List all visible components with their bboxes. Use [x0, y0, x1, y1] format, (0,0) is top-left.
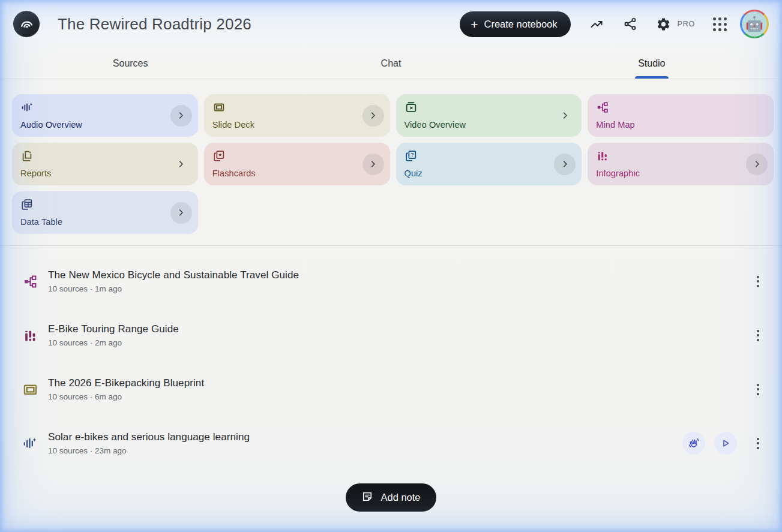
card-reports[interactable]: Reports: [12, 143, 198, 185]
artifact-row-slide-deck[interactable]: The 2026 E-Bikepacking Blueprint 10 sour…: [0, 362, 782, 416]
share-icon[interactable]: [622, 16, 638, 32]
user-avatar[interactable]: 🤖: [740, 10, 769, 38]
artifact-title: Solar e-bikes and serious language learn…: [48, 431, 250, 443]
more-options-kebab-icon[interactable]: [751, 380, 765, 399]
card-video-overview[interactable]: Video Overview: [396, 94, 582, 137]
artifact-meta: 10 sources · 2m ago: [48, 338, 179, 347]
more-options-kebab-icon[interactable]: [751, 434, 765, 453]
artifact-meta: 10 sources · 23m ago: [48, 446, 250, 455]
bar-chart-icon: [596, 149, 765, 163]
chevron-right-icon[interactable]: [170, 202, 192, 224]
card-label: Data Table: [20, 217, 190, 227]
tab-studio[interactable]: Studio: [522, 48, 782, 79]
audio-waveform-sparkle-icon: [20, 101, 190, 114]
google-apps-grid-icon[interactable]: [713, 17, 727, 31]
notebooklm-logo-icon[interactable]: [13, 11, 40, 37]
card-label: Slide Deck: [212, 120, 382, 130]
audio-waveform-sparkle-icon: [12, 435, 48, 451]
plus-icon: +: [471, 18, 478, 31]
mind-map-nodes-icon: [12, 274, 48, 289]
bar-chart-icon: [12, 328, 48, 343]
pro-badge: PRO: [678, 20, 696, 28]
artifact-title: The New Mexico Bicycle and Sustainable T…: [48, 269, 299, 281]
create-notebook-label: Create notebook: [484, 19, 557, 30]
chevron-right-icon[interactable]: [554, 154, 576, 175]
chevron-right-icon[interactable]: [362, 105, 384, 127]
card-label: Quiz: [405, 169, 574, 178]
chevron-right-icon[interactable]: [362, 154, 384, 175]
play-audio-icon[interactable]: [714, 432, 737, 455]
svg-text:?: ?: [411, 152, 414, 158]
chevron-right-icon[interactable]: [746, 154, 768, 175]
chevron-right-icon[interactable]: [170, 105, 192, 127]
artifact-meta: 10 sources · 6m ago: [48, 392, 204, 401]
card-infographic[interactable]: Infographic: [588, 143, 774, 185]
card-label: Reports: [20, 169, 190, 178]
card-data-table[interactable]: Data Table: [12, 191, 198, 234]
chevron-right-icon[interactable]: [554, 105, 576, 127]
data-table-grid-icon: [20, 198, 190, 211]
chevron-right-icon[interactable]: [170, 154, 192, 175]
card-mind-map[interactable]: Mind Map: [588, 94, 774, 137]
note-icon: [361, 491, 373, 505]
quiz-cards-question-icon: ?: [405, 149, 574, 163]
artifact-row-audio-overview[interactable]: Solar e-bikes and serious language learn…: [0, 416, 782, 470]
card-slide-deck[interactable]: Slide Deck: [204, 94, 390, 137]
card-audio-overview[interactable]: Audio Overview: [12, 94, 198, 137]
main-tabs: Sources Chat Studio: [0, 48, 782, 79]
section-divider: [0, 245, 782, 246]
tab-sources[interactable]: Sources: [0, 48, 260, 79]
header-actions: + Create notebook PRO: [460, 10, 769, 38]
add-note-container: Add note: [0, 483, 782, 512]
app-header: The Rewired Roadtrip 2026 + Create noteb…: [0, 0, 782, 48]
artifact-title: The 2026 E-Bikepacking Blueprint: [48, 377, 204, 389]
avatar-robot-image: 🤖: [742, 11, 767, 37]
analytics-trending-icon[interactable]: [589, 16, 604, 32]
page-title: The Rewired Roadtrip 2026: [58, 15, 251, 34]
slide-frame-icon: [212, 101, 382, 114]
artifact-list: The New Mexico Bicycle and Sustainable T…: [0, 254, 782, 470]
card-quiz[interactable]: ? Quiz: [396, 143, 582, 185]
card-label: Mind Map: [596, 120, 765, 130]
card-label: Video Overview: [405, 120, 574, 130]
card-label: Infographic: [596, 169, 765, 178]
more-options-kebab-icon[interactable]: [751, 326, 765, 345]
card-label: Flashcards: [212, 169, 382, 178]
artifact-row-infographic[interactable]: E-Bike Touring Range Guide 10 sources · …: [0, 308, 782, 362]
settings-gear-icon[interactable]: [656, 16, 672, 32]
more-options-kebab-icon[interactable]: [751, 272, 765, 291]
add-note-label: Add note: [380, 492, 420, 503]
artifact-row-mind-map[interactable]: The New Mexico Bicycle and Sustainable T…: [0, 254, 782, 308]
flashcards-star-icon: [212, 149, 382, 163]
create-notebook-button[interactable]: + Create notebook: [460, 11, 570, 37]
artifact-meta: 10 sources · 1m ago: [48, 284, 299, 293]
interactive-mode-hand-icon[interactable]: [682, 432, 705, 455]
card-flashcards[interactable]: Flashcards: [204, 143, 390, 185]
report-doc-sparkle-icon: [20, 149, 190, 163]
card-label: Audio Overview: [20, 120, 190, 130]
artifact-title: E-Bike Touring Range Guide: [48, 323, 179, 335]
add-note-button[interactable]: Add note: [346, 483, 436, 512]
video-player-icon: [405, 101, 574, 114]
tab-chat[interactable]: Chat: [260, 48, 521, 79]
slide-frame-icon: [12, 381, 48, 398]
studio-tools-grid: Audio Overview Slide Deck Video Overview: [12, 94, 774, 234]
mind-map-nodes-icon: [596, 101, 765, 114]
